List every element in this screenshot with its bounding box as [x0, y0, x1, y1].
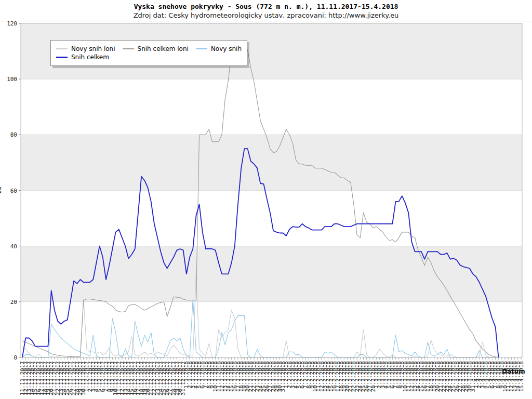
x-tick-label: 15.4.2018: [518, 361, 525, 392]
chart-subtitle: Zdroj dat: Cesky hydrometeorologicky ust…: [0, 11, 532, 19]
legend-label: Snih celkem: [71, 54, 109, 61]
x-axis-title: Datum: [502, 368, 525, 375]
legend-swatch-novy-snih: [196, 48, 207, 49]
y-tick-label: 40: [10, 243, 17, 250]
legend-label: Novy snih loni: [71, 45, 115, 52]
series-snih-celkem-loni: [22, 46, 499, 357]
legend-item: Novy snih: [196, 45, 242, 52]
legend-label: Novy snih: [211, 45, 242, 52]
legend: Novy snih loni Snih celkem loni Novy sni…: [50, 40, 247, 66]
y-tick-label: 0: [14, 354, 17, 361]
shaded-band: [21, 246, 522, 302]
header-divider: [0, 21, 532, 21]
y-tick-label: 20: [10, 299, 17, 305]
chart-title: Vyska snehove pokryvky - Sous (772 m n. …: [0, 3, 532, 10]
shaded-band: [21, 135, 522, 190]
legend-item: Snih celkem loni: [123, 45, 189, 52]
plot-area: 02040608010012011.11.201712.11.201713.11…: [21, 23, 522, 357]
series-novy-snih: [22, 299, 499, 358]
legend-label: Snih celkem loni: [138, 45, 189, 52]
y-axis-title: cm: [0, 187, 3, 194]
y-tick-label: 100: [7, 76, 17, 83]
legend-swatch-snih-celkem-loni: [123, 48, 134, 49]
y-tick-label: 120: [7, 20, 17, 27]
x-axis-ticks: 11.11.201712.11.201713.11.201714.11.2017…: [19, 357, 525, 395]
legend-row: Snih celkem: [56, 54, 242, 61]
chart-page: Vyska snehove pokryvky - Sous (772 m n. …: [0, 0, 532, 399]
y-tick-label: 60: [10, 188, 17, 194]
legend-row: Novy snih loni Snih celkem loni Novy sni…: [56, 45, 242, 52]
legend-swatch-snih-celkem: [56, 57, 68, 58]
y-axis-ticks: 020406080100120: [7, 20, 21, 361]
y-tick-label: 80: [10, 131, 17, 138]
legend-item: Snih celkem: [56, 54, 109, 61]
legend-swatch-novy-snih-loni: [56, 48, 68, 49]
legend-item: Novy snih loni: [56, 45, 115, 52]
